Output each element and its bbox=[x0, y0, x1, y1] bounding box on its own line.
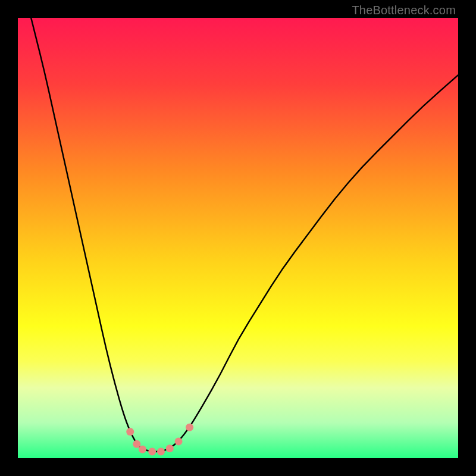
watermark-text: TheBottleneck.com bbox=[352, 4, 456, 17]
gradient-background bbox=[18, 18, 458, 458]
trough-marker bbox=[148, 447, 156, 455]
trough-marker bbox=[126, 428, 134, 436]
chart-frame: TheBottleneck.com bbox=[0, 0, 476, 476]
trough-marker bbox=[157, 447, 165, 455]
trough-marker bbox=[186, 424, 193, 431]
chart-svg bbox=[18, 18, 458, 458]
trough-marker bbox=[175, 437, 183, 445]
trough-marker bbox=[133, 440, 140, 448]
trough-marker bbox=[139, 446, 146, 453]
trough-marker bbox=[166, 444, 174, 452]
plot-area bbox=[18, 18, 458, 458]
